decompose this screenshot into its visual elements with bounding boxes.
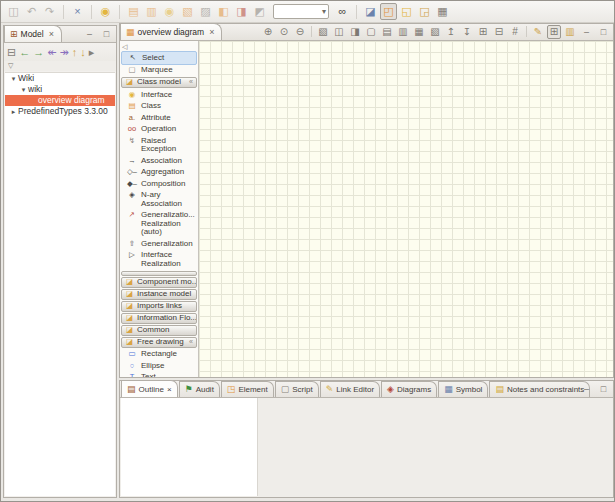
pencil-icon[interactable]: ✎ (531, 25, 545, 39)
bring-forward-icon[interactable]: ↥ (444, 25, 458, 39)
palette-item-raised-exception[interactable]: ↯ Raised Exception (120, 135, 198, 155)
palette-section-information-flows[interactable]: ◪ Information Flo... (121, 313, 197, 324)
palette-tool-marquee[interactable]: ▢ Marquee (120, 65, 198, 77)
align-horizontal-icon[interactable]: ⊞ (476, 25, 490, 39)
tab-link-editor[interactable]: ✎ Link Editor (320, 381, 380, 397)
palette-section-imports-links[interactable]: ◪ Imports links (121, 301, 197, 312)
new-element-icon-2[interactable]: ▥ (143, 3, 160, 20)
palette-item-composition[interactable]: ◆– Composition (120, 178, 198, 190)
back-arrow-icon[interactable]: ← (19, 47, 30, 58)
tree-collapsed-icon[interactable]: ▸ (9, 106, 18, 117)
palette-item-generalization[interactable]: ⇧ Generalization (120, 238, 198, 250)
palette-item-class[interactable]: ▤ Class (120, 101, 198, 113)
perspective-dev-icon[interactable]: ◲ (416, 3, 433, 20)
clipped-toolbar-icon[interactable]: ▸ (89, 47, 95, 58)
tab-model[interactable]: ⊞ Model × (4, 25, 62, 42)
close-icon[interactable]: × (209, 27, 214, 37)
tree-expanded-icon[interactable]: ▾ (9, 73, 18, 84)
minimize-icon[interactable]: – (83, 28, 96, 40)
pin-icon[interactable]: « (189, 78, 193, 87)
save-diagram-icon[interactable]: ◫ (332, 25, 346, 39)
pin-icon[interactable]: « (189, 338, 193, 347)
minimize-icon[interactable]: – (580, 383, 593, 395)
export-image-icon[interactable]: ▧ (316, 25, 330, 39)
redo-icon[interactable]: ↷ (41, 3, 58, 20)
tab-diagrams[interactable]: ◈ Diagrams (381, 381, 437, 397)
delete-icon[interactable]: × (69, 3, 86, 20)
clipboard-icon[interactable]: ▧ (428, 25, 442, 39)
tab-outline[interactable]: ▤ Outline × (121, 380, 178, 397)
perspective-modeling-icon[interactable]: ◰ (380, 3, 397, 20)
zoom-in-icon[interactable]: ⊕ (261, 25, 275, 39)
palette-item-association[interactable]: → Association (120, 155, 198, 167)
palette-section-component-model[interactable]: ◪ Component mo... (121, 277, 197, 288)
new-element-icon-7[interactable]: ◨ (233, 3, 250, 20)
align-vertical-icon[interactable]: ⊟ (492, 25, 506, 39)
undo-icon[interactable]: ↶ (23, 3, 40, 20)
palette-section-common[interactable]: ◪ Common (121, 325, 197, 336)
palette-collapse-icon[interactable]: ◁ (120, 42, 198, 51)
minimize-icon[interactable]: – (580, 26, 593, 38)
close-icon[interactable]: × (167, 385, 172, 394)
palette-section-class-model[interactable]: ◪ Class model « (121, 77, 197, 88)
snap-grid-icon[interactable]: # (508, 25, 522, 39)
tab-notes-and-constraints[interactable]: ▤ Notes and constraints (489, 381, 590, 397)
palette-item-nary-association[interactable]: ◈ N-ary Association (120, 190, 198, 210)
tree-item-wiki-project[interactable]: ▾ Wiki (5, 73, 115, 84)
palette-section-clipped[interactable] (121, 271, 197, 276)
tab-element[interactable]: ◳ Element (221, 381, 274, 397)
palette-item-interface-realization[interactable]: ▷ Interface Realization (120, 250, 198, 270)
details-view-icon[interactable]: ▦ (434, 3, 451, 20)
save-icon[interactable]: ◫ (5, 3, 22, 20)
zoom-original-icon[interactable]: ⊙ (277, 25, 291, 39)
palette-section-free-drawing[interactable]: ◪ Free drawing « (121, 337, 197, 348)
diagram-canvas[interactable] (199, 41, 613, 377)
layers-icon[interactable]: ▥ (563, 25, 577, 39)
move-down-icon[interactable]: ↓ (80, 47, 86, 58)
maximize-icon[interactable]: □ (597, 383, 610, 395)
new-element-icon-8[interactable]: ◩ (251, 3, 268, 20)
close-icon[interactable]: × (49, 29, 54, 39)
print-icon[interactable]: ◨ (348, 25, 362, 39)
tab-overview-diagram[interactable]: ▦ overview diagram × (120, 23, 222, 40)
lightbulb-icon[interactable]: ◉ (97, 3, 114, 20)
forward-arrow-icon[interactable]: → (33, 47, 44, 58)
fit-to-window-icon[interactable]: ▢ (364, 25, 378, 39)
history-back-icon[interactable]: ↞ (47, 47, 56, 58)
duplicate-icon[interactable]: ▦ (412, 25, 426, 39)
tab-symbol[interactable]: ▦ Symbol (438, 381, 488, 397)
paste-icon[interactable]: ▥ (396, 25, 410, 39)
tree-item-predefined-types[interactable]: ▸ PredefinedTypes 3.3.00 (5, 106, 115, 117)
palette-item-operation[interactable]: oo Operation (120, 124, 198, 136)
palette-item-text[interactable]: T Text (120, 372, 198, 378)
send-backward-icon[interactable]: ↧ (460, 25, 474, 39)
palette-item-aggregation[interactable]: ◇– Aggregation (120, 167, 198, 179)
palette-item-rectangle[interactable]: ▭ Rectangle (120, 349, 198, 361)
new-element-icon-1[interactable]: ▤ (125, 3, 142, 20)
tab-script[interactable]: ▢ Script (275, 381, 319, 397)
tab-audit[interactable]: ⚑ Audit (179, 381, 220, 397)
tree-item-wiki-package[interactable]: ▾ wiki (5, 84, 115, 95)
perspective-diagram-icon[interactable]: ◱ (398, 3, 415, 20)
palette-section-instance-model[interactable]: ◪ Instance model (121, 289, 197, 300)
collapse-all-icon[interactable]: ⊟ (7, 47, 16, 58)
palette-item-interface[interactable]: ◉ Interface (120, 89, 198, 101)
tree-item-overview-diagram[interactable]: overview diagram (5, 95, 115, 106)
new-element-icon-3[interactable]: ◉ (161, 3, 178, 20)
new-element-icon-6[interactable]: ◧ (215, 3, 232, 20)
search-icon[interactable]: ∞ (334, 3, 351, 20)
history-forward-icon[interactable]: ↠ (59, 47, 68, 58)
maximize-icon[interactable]: □ (597, 26, 610, 38)
palette-item-ellipse[interactable]: ○ Ellipse (120, 360, 198, 372)
open-folder-icon[interactable]: ◪ (362, 3, 379, 20)
tree-expanded-icon[interactable]: ▾ (19, 84, 28, 95)
new-element-icon-5[interactable]: ▨ (197, 3, 214, 20)
maximize-icon[interactable]: □ (100, 28, 113, 40)
palette-item-attribute[interactable]: a. Attribute (120, 112, 198, 124)
copy-icon[interactable]: ▤ (380, 25, 394, 39)
new-element-icon-4[interactable]: ▧ (179, 3, 196, 20)
show-grid-icon[interactable]: ⊞ (547, 25, 561, 39)
move-up-icon[interactable]: ↑ (72, 47, 78, 58)
zoom-out-icon[interactable]: ⊖ (293, 25, 307, 39)
palette-tool-select[interactable]: ↖ Select (121, 51, 197, 65)
